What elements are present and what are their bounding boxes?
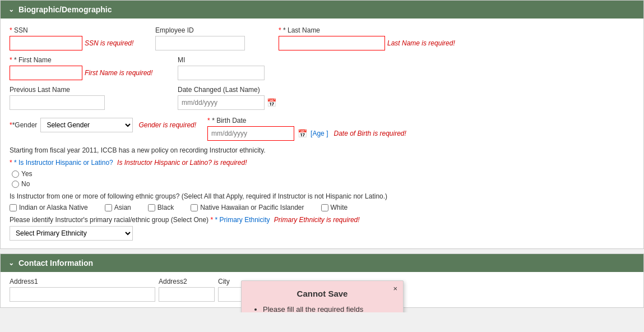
checkbox-black[interactable]: Black	[148, 204, 174, 211]
birth-date-error: Date of Birth is required!	[333, 130, 406, 137]
contact-chevron-icon: ⌄	[8, 259, 14, 267]
employee-id-input[interactable]	[155, 36, 245, 50]
primary-ethnicity-select[interactable]: Select Primary Ethnicity	[10, 226, 133, 241]
checkbox-white-input[interactable]	[321, 204, 328, 211]
radio-yes-input[interactable]	[12, 170, 19, 178]
first-name-input[interactable]	[10, 66, 82, 80]
gender-error: Gender is required!	[138, 121, 196, 129]
cannot-save-modal: Cannot Save × Please fill all the requir…	[241, 280, 404, 312]
hispanic-question: * * Is Instructor Hispanic or Latino? Is…	[10, 159, 634, 167]
cannot-save-title: Cannot Save	[242, 281, 403, 303]
cannot-save-body: Please fill all the required fields	[242, 303, 403, 312]
last-name-error: Last Name is required!	[387, 39, 455, 47]
checkbox-black-input[interactable]	[148, 204, 155, 211]
gender-label: **Gender	[10, 121, 37, 129]
checkbox-hawaiian-input[interactable]	[191, 204, 198, 211]
date-changed-input[interactable]	[178, 95, 265, 110]
cannot-save-close-button[interactable]: ×	[393, 284, 397, 293]
gender-select[interactable]: Select Gender	[40, 118, 133, 132]
radio-no-input[interactable]	[12, 181, 19, 188]
birth-date-calendar-icon[interactable]: 📅	[298, 129, 307, 138]
date-changed-calendar-icon[interactable]: 📅	[267, 98, 276, 107]
radio-no[interactable]: No	[12, 180, 634, 188]
address1-label: Address1	[10, 278, 155, 285]
mi-label: MI	[178, 56, 634, 64]
info-text: Starting from fiscal year 2011, ICCB has…	[10, 146, 634, 154]
contact-title: Contact Information	[18, 259, 93, 268]
last-name-input[interactable]	[279, 36, 385, 50]
contact-section-header: ⌄ Contact Information	[1, 254, 643, 272]
employee-id-label: Employee ID	[155, 26, 267, 34]
ssn-label: * SSN	[10, 26, 144, 34]
hispanic-error: Is Instructor Hispanic or Latino? is req…	[117, 159, 247, 167]
checkbox-hawaiian[interactable]: Native Hawaiian or Pacific Islander	[191, 204, 304, 211]
radio-yes[interactable]: Yes	[12, 170, 634, 178]
birth-date-label: * * Birth Date	[207, 117, 406, 125]
first-name-label: * * First Name	[10, 56, 166, 64]
checkbox-white[interactable]: White	[321, 204, 348, 211]
biographic-section-header: ⌄ Biographic/Demographic	[1, 1, 643, 19]
age-bracket: [Age ]	[311, 130, 328, 137]
address1-input[interactable]	[10, 287, 155, 302]
first-name-error: First Name is required!	[85, 69, 152, 77]
last-name-label: * * Last Name	[279, 26, 634, 34]
checkbox-asian-input[interactable]	[105, 204, 112, 211]
primary-ethnicity-row: Please identify Instructor's primary rac…	[10, 216, 634, 224]
date-changed-label: Date Changed (Last Name)	[178, 86, 634, 94]
primary-ethnicity-error: Primary Ethnicity is required!	[274, 216, 360, 224]
address2-label: Address2	[159, 278, 215, 285]
ethnic-groups-question: Is Instructor from one or more of follow…	[10, 192, 634, 211]
checkbox-asian[interactable]: Asian	[105, 204, 131, 211]
address2-input[interactable]	[159, 287, 215, 302]
checkbox-indian-input[interactable]	[10, 204, 17, 211]
biographic-title: Biographic/Demographic	[18, 5, 112, 14]
chevron-icon: ⌄	[8, 6, 14, 13]
birth-date-input[interactable]	[207, 126, 294, 141]
cannot-save-message: Please fill all the required fields	[263, 305, 392, 312]
prev-last-name-label: Previous Last Name	[10, 86, 166, 94]
ssn-error: SSN is required!	[85, 39, 133, 47]
mi-input[interactable]	[178, 66, 265, 80]
prev-last-name-input[interactable]	[10, 95, 105, 110]
checkbox-indian[interactable]: Indian or Alaska Native	[10, 204, 88, 211]
ssn-input[interactable]	[10, 36, 82, 50]
